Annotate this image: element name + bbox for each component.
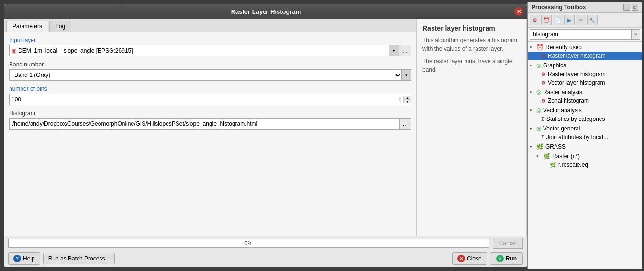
- tree-group-label-recently-used: Recently used: [545, 44, 582, 51]
- cancel-button[interactable]: Cancel: [493, 238, 523, 249]
- tree-item-recently-used-raster-histogram[interactable]: ⚙ Raster layer histogram: [528, 52, 642, 60]
- toolbox-results-button[interactable]: 📄: [553, 15, 563, 25]
- dialog-close-button[interactable]: ✕: [514, 7, 523, 16]
- tree-group-recently-used[interactable]: ▾ ⏰ Recently used: [528, 43, 642, 52]
- dialog-title: Raster Layer Histogram: [18, 8, 514, 15]
- histogram-path-input[interactable]: [9, 118, 399, 130]
- tree-group-label-raster-r: Raster (r.*): [552, 153, 580, 160]
- tree-group-label-vector-general: Vector general: [543, 125, 580, 132]
- spinbox-clear-button[interactable]: ✕: [397, 97, 403, 102]
- toolbox-run-tool-button[interactable]: ⚙: [530, 15, 540, 25]
- tree-item-label: Vector layer histogram: [548, 79, 605, 86]
- toolbox-controls: — □: [623, 4, 638, 11]
- tree-item-label: Statistics by categories: [546, 116, 605, 122]
- dialog-footer: 0% Cancel ? Help Run as Batch Process...…: [4, 236, 527, 267]
- tree-expand-raster-analysis: ▾: [530, 90, 536, 95]
- tree-section-vector-general: ▾ ◎ Vector general Σ Join attributes by …: [528, 124, 642, 142]
- gear-icon: ⚙: [541, 80, 546, 86]
- vector-analysis-icon: ◎: [536, 107, 541, 114]
- spinbox-up-button[interactable]: ▲: [404, 96, 411, 100]
- close-button[interactable]: ✕ Close: [452, 252, 487, 265]
- tree-section-graphics: ▾ ◎ Graphics ⚙ Raster layer histogram ⚙ …: [528, 61, 642, 87]
- histogram-label: Histogram: [9, 110, 411, 117]
- tab-parameters[interactable]: Parameters: [6, 21, 48, 32]
- tree-group-graphics[interactable]: ▾ ◎ Graphics: [528, 61, 642, 70]
- histogram-browse-button[interactable]: …: [399, 118, 411, 130]
- tree-item-label: Raster layer histogram: [548, 53, 606, 59]
- toolbox-options-button[interactable]: ▶: [564, 15, 575, 25]
- help-button[interactable]: ? Help: [8, 252, 40, 265]
- tree-section-raster-analysis: ▾ ◎ Raster analysis ⚙ Zonal histogram: [528, 87, 642, 106]
- tree-section-vector-analysis: ▾ ◎ Vector analysis Σ Statistics by cate…: [528, 106, 642, 124]
- band-number-label: Band number: [9, 61, 411, 68]
- input-layer-label: Input layer: [9, 37, 411, 43]
- toolbox-search-input[interactable]: [530, 29, 632, 40]
- tree-item-label: Join attributes by locat...: [546, 134, 608, 141]
- tree-item-label: Raster layer histogram: [548, 71, 606, 77]
- tree-group-label-graphics: Graphics: [543, 62, 566, 69]
- input-layer-browse-button[interactable]: …: [399, 45, 411, 56]
- input-layer-dropdown-arrow[interactable]: ▾: [389, 45, 399, 56]
- toolbox-search-bar: ✕: [528, 28, 642, 42]
- progress-bar: 0%: [8, 239, 489, 248]
- gear-icon: ⚙: [541, 71, 546, 77]
- tree-group-grass[interactable]: ▾ 🌿 GRASS: [528, 142, 642, 151]
- toolbox-settings-button[interactable]: 🔧: [587, 15, 598, 25]
- raster-r-icon: 🌿: [543, 153, 550, 160]
- tree-section-grass: ▾ 🌿 GRASS: [528, 142, 642, 152]
- processing-toolbox-panel: Processing Toolbox — □ ⚙ ⏰ 📄 ▶ ✏ 🔧 ✕: [527, 2, 642, 269]
- close-icon: ✕: [457, 255, 465, 262]
- tree-group-raster-analysis[interactable]: ▾ ◎ Raster analysis: [528, 88, 642, 97]
- gear-icon: ⚙: [541, 98, 546, 104]
- dialog-titlebar: Raster Layer Histogram ✕: [4, 4, 527, 19]
- clock-icon: ⏰: [536, 44, 544, 51]
- band-number-dropdown-arrow[interactable]: ▾: [402, 69, 411, 81]
- tree-item-statistics-by-categories[interactable]: Σ Statistics by categories: [528, 115, 642, 123]
- tree-expand-raster-r: ▾: [536, 154, 543, 159]
- num-bins-input[interactable]: [10, 96, 397, 103]
- tree-item-zonal-histogram[interactable]: ⚙ Zonal histogram: [528, 97, 642, 105]
- tree-section-recently-used: ▾ ⏰ Recently used ⚙ Raster layer histogr…: [528, 43, 642, 61]
- batch-process-button[interactable]: Run as Batch Process...: [43, 253, 115, 264]
- tree-group-raster-r[interactable]: ▾ 🌿 Raster (r.*): [528, 152, 642, 161]
- desc-para2: The raster layer must have a single band…: [422, 57, 521, 74]
- run-button[interactable]: ✓ Run: [490, 252, 523, 265]
- spinbox-down-button[interactable]: ▼: [404, 100, 411, 103]
- grass-icon: 🌿: [536, 143, 544, 150]
- input-layer-combo[interactable]: ▣ DEM_1m_local__slope_angle [EPSG:26915]: [9, 45, 389, 56]
- help-icon: ?: [13, 255, 21, 262]
- tree-group-label-raster-analysis: Raster analysis: [543, 89, 582, 96]
- tab-log[interactable]: Log: [49, 21, 71, 32]
- tree-item-graphics-vector-histogram[interactable]: ⚙ Vector layer histogram: [528, 78, 642, 87]
- tree-item-label: Zonal histogram: [548, 98, 589, 104]
- tree-item-label: r.rescale.eq: [558, 162, 588, 168]
- tree-expand-vector-general: ▾: [530, 126, 536, 131]
- tree-item-join-attributes[interactable]: Σ Join attributes by locat...: [528, 133, 642, 141]
- tree-group-vector-analysis[interactable]: ▾ ◎ Vector analysis: [528, 106, 642, 115]
- toolbox-toolbar: ⚙ ⏰ 📄 ▶ ✏ 🔧: [528, 13, 642, 28]
- tree-group-label-vector-analysis: Vector analysis: [543, 107, 582, 114]
- description-panel: Raster layer histogram This algorithm ge…: [417, 19, 527, 236]
- toolbox-maximize-button[interactable]: □: [632, 4, 638, 11]
- grass-item-icon: 🌿: [550, 162, 556, 168]
- band-number-select[interactable]: Band 1 (Gray): [9, 69, 402, 81]
- num-bins-label: number of bins: [9, 86, 411, 92]
- toolbox-title: Processing Toolbox: [532, 4, 586, 11]
- tree-item-r-rescale-eq[interactable]: 🌿 r.rescale.eq: [528, 161, 642, 169]
- sigma-icon: Σ: [541, 134, 544, 140]
- raster-analysis-icon: ◎: [536, 89, 541, 96]
- sigma-icon: Σ: [541, 116, 544, 122]
- tree-expand-recently-used: ▾: [530, 45, 536, 50]
- toolbox-history-button[interactable]: ⏰: [541, 15, 552, 25]
- tree-item-graphics-raster-histogram[interactable]: ⚙ Raster layer histogram: [528, 70, 642, 78]
- toolbox-edit-button[interactable]: ✏: [576, 15, 586, 25]
- toolbox-search-clear-button[interactable]: ✕: [632, 29, 640, 40]
- toolbox-minimize-button[interactable]: —: [623, 4, 630, 11]
- tree-group-vector-general[interactable]: ▾ ◎ Vector general: [528, 124, 642, 133]
- tree-group-label-grass: GRASS: [545, 143, 566, 150]
- histogram-group: Histogram …: [9, 110, 411, 130]
- input-layer-value: DEM_1m_local__slope_angle [EPSG:26915]: [18, 47, 387, 54]
- toolbox-tree: ▾ ⏰ Recently used ⚙ Raster layer histogr…: [528, 42, 642, 269]
- params-panel: Input layer ▣ DEM_1m_local__slope_angle …: [4, 32, 416, 236]
- num-bins-spinbox[interactable]: ✕ ▲ ▼: [9, 94, 411, 105]
